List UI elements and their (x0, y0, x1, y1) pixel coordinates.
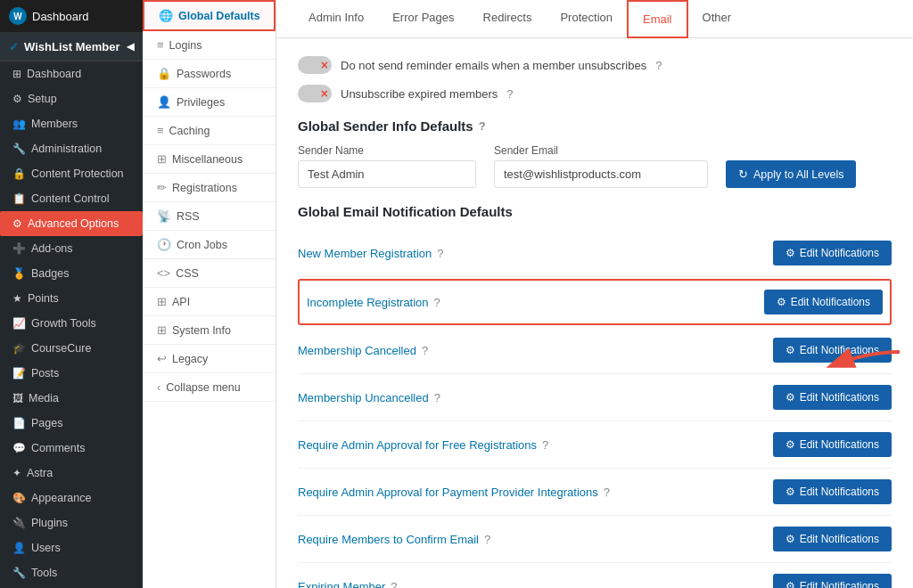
tab-admin-info[interactable]: Admin Info (294, 0, 378, 38)
edit-notif-button-admin-approval-free[interactable]: ⚙ Edit Notifications (773, 432, 892, 457)
notif-label-admin-approval-payment: Require Admin Approval for Payment Provi… (298, 486, 610, 499)
sidebar-item-growth-tools[interactable]: 📈Growth Tools (0, 311, 143, 336)
edit-notif-label-confirm-email: Edit Notifications (800, 533, 879, 545)
sub-sidebar-item-rss[interactable]: 📡RSS (143, 202, 276, 231)
sidebar-icon-users: 👤 (12, 542, 26, 554)
edit-notif-button-expiring-member[interactable]: ⚙ Edit Notifications (773, 574, 892, 588)
sidebar-item-tools[interactable]: 🔧Tools (0, 560, 143, 585)
sidebar-item-setup[interactable]: ⚙Setup (0, 86, 143, 111)
sidebar-label-advanced-options: Advanced Options (28, 217, 119, 230)
sidebar-item-appearance[interactable]: 🎨Appearance (0, 486, 143, 510)
sidebar-item-coursecure[interactable]: 🎓CourseCure (0, 336, 143, 361)
tabs-container: Admin InfoError PagesRedirectsProtection… (294, 0, 745, 37)
sidebar-label-coursecure: CourseCure (31, 342, 91, 355)
help-icon-new-member-reg[interactable]: ? (437, 247, 443, 260)
sub-sidebar-nav: 🌐Global Defaults≡Logins🔒Passwords👤Privil… (143, 0, 276, 402)
edit-notif-label-membership-cancelled: Edit Notifications (800, 344, 879, 356)
sub-sidebar-item-logins[interactable]: ≡Logins (143, 31, 276, 60)
help-icon-expiring-member[interactable]: ? (391, 580, 397, 589)
sidebar-item-content-protection[interactable]: 🔒Content Protection (0, 161, 143, 186)
edit-notif-button-membership-cancelled[interactable]: ⚙ Edit Notifications (773, 338, 892, 363)
sub-sidebar-item-system-info[interactable]: ⊞System Info (143, 316, 276, 345)
sidebar-item-points[interactable]: ★Points (0, 286, 143, 311)
sidebar-label-members: Members (31, 118, 78, 130)
tab-protection[interactable]: Protection (546, 0, 627, 38)
tab-redirects[interactable]: Redirects (469, 0, 547, 38)
sidebar-icon-growth-tools: 📈 (12, 317, 26, 330)
tab-email[interactable]: Email (627, 0, 688, 38)
toggle-no-reminder-switch[interactable] (298, 56, 332, 74)
help-icon-membership-uncancelled[interactable]: ? (434, 391, 440, 404)
toggle-unsubscribe-switch[interactable] (298, 85, 332, 102)
gear-icon-incomplete-reg: ⚙ (777, 296, 786, 308)
sub-sidebar-item-cron-jobs[interactable]: 🕐Cron Jobs (143, 231, 276, 259)
sidebar-icon-pages: 📄 (12, 417, 26, 429)
sidebar-item-advanced-options[interactable]: ⚙Advanced Options (0, 211, 143, 236)
sidebar-item-plugins[interactable]: 🔌Plugins (0, 510, 143, 535)
sub-label-global-defaults: Global Defaults (178, 10, 260, 22)
notifications-title: Global Email Notification Defaults (298, 204, 513, 219)
sub-icon-passwords: 🔒 (157, 67, 171, 80)
sub-label-caching: Caching (169, 125, 210, 137)
edit-notif-button-incomplete-reg[interactable]: ⚙ Edit Notifications (764, 290, 883, 314)
help-icon-sender[interactable]: ? (479, 119, 486, 133)
help-icon-admin-approval-payment[interactable]: ? (604, 486, 610, 499)
notifications-list: New Member Registration ? ⚙ Edit Notific… (298, 230, 892, 588)
sidebar-item-administration[interactable]: 🔧Administration (0, 136, 143, 161)
gear-icon-admin-approval-free: ⚙ (786, 438, 795, 451)
tab-error-pages[interactable]: Error Pages (378, 0, 468, 38)
help-icon-no-reminder[interactable]: ? (655, 59, 662, 72)
sender-email-input[interactable] (494, 160, 708, 188)
sidebar-item-media[interactable]: 🖼Media (0, 386, 143, 411)
edit-notif-button-confirm-email[interactable]: ⚙ Edit Notifications (773, 527, 892, 551)
checkmark-icon: ✓ (9, 40, 19, 53)
help-icon-confirm-email[interactable]: ? (484, 533, 490, 546)
notif-row-admin-approval-payment: Require Admin Approval for Payment Provi… (298, 469, 892, 516)
wp-logo: W (9, 7, 27, 25)
sub-label-rss: RSS (177, 210, 200, 223)
sidebar-item-dashboard[interactable]: ⊞Dashboard (0, 61, 143, 86)
sidebar-item-content-control[interactable]: 📋Content Control (0, 186, 143, 211)
edit-notif-button-admin-approval-payment[interactable]: ⚙ Edit Notifications (773, 479, 892, 504)
sidebar-icon-points: ★ (12, 292, 22, 305)
sender-name-input[interactable] (298, 160, 476, 188)
sidebar-item-astra[interactable]: ✦Astra (0, 461, 143, 486)
sidebar-label-content-protection: Content Protection (31, 167, 124, 180)
sub-icon-system-info: ⊞ (157, 323, 167, 337)
main-sidebar: W Dashboard ✓ WishList Member ◀ ⊞Dashboa… (0, 0, 143, 588)
sidebar-item-comments[interactable]: 💬Comments (0, 436, 143, 461)
sub-sidebar-item-privileges[interactable]: 👤Privileges (143, 88, 276, 117)
toggle-unsubscribe-label: Unsubscribe expired members (341, 87, 498, 101)
sub-sidebar-item-miscellaneous[interactable]: ⊞Miscellaneous (143, 145, 276, 174)
help-icon-membership-cancelled[interactable]: ? (422, 344, 428, 357)
sub-sidebar-item-collapse[interactable]: ‹Collapse menu (143, 373, 276, 402)
edit-notif-button-membership-uncancelled[interactable]: ⚙ Edit Notifications (773, 385, 892, 410)
help-icon-unsubscribe[interactable]: ? (506, 87, 513, 101)
sub-sidebar-item-legacy[interactable]: ↩Legacy (143, 345, 276, 373)
sidebar-item-members[interactable]: 👥Members (0, 111, 143, 136)
sidebar-item-users[interactable]: 👤Users (0, 535, 143, 560)
sub-sidebar-item-registrations[interactable]: ✏Registrations (143, 174, 276, 202)
sub-sidebar-item-api[interactable]: ⊞API (143, 288, 276, 316)
sub-sidebar-item-css[interactable]: <>CSS (143, 259, 276, 288)
notif-row-admin-approval-free: Require Admin Approval for Free Registra… (298, 421, 892, 469)
tab-other[interactable]: Other (688, 0, 746, 38)
sidebar-item-posts[interactable]: 📝Posts (0, 361, 143, 386)
sub-sidebar-item-global-defaults[interactable]: 🌐Global Defaults (143, 0, 276, 31)
sidebar-label-add-ons: Add-ons (31, 242, 73, 255)
sub-icon-miscellaneous: ⊞ (157, 152, 167, 166)
wp-dashboard-header[interactable]: W Dashboard (0, 0, 143, 33)
edit-notif-button-new-member-reg[interactable]: ⚙ Edit Notifications (773, 241, 892, 265)
sender-email-group: Sender Email (494, 144, 708, 188)
help-icon-incomplete-reg[interactable]: ? (434, 296, 440, 309)
sub-label-collapse: Collapse menu (166, 381, 240, 394)
apply-all-levels-button[interactable]: ↻ Apply to All Levels (726, 160, 856, 188)
sidebar-item-badges[interactable]: 🏅Badges (0, 261, 143, 286)
help-icon-admin-approval-free[interactable]: ? (542, 438, 548, 452)
notif-row-new-member-reg: New Member Registration ? ⚙ Edit Notific… (298, 230, 892, 277)
sub-sidebar-item-passwords[interactable]: 🔒Passwords (143, 60, 276, 88)
sub-sidebar-item-caching[interactable]: ≡Caching (143, 117, 276, 145)
global-sender-title: Global Sender Info Defaults (298, 118, 473, 134)
sidebar-item-pages[interactable]: 📄Pages (0, 411, 143, 436)
sidebar-item-add-ons[interactable]: ➕Add-ons (0, 236, 143, 261)
